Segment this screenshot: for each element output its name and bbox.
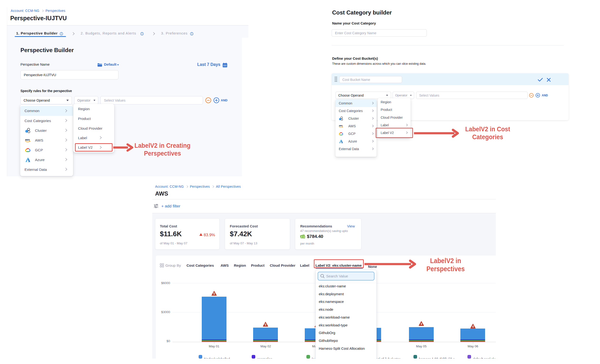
svg-text:aws: aws <box>339 124 343 127</box>
